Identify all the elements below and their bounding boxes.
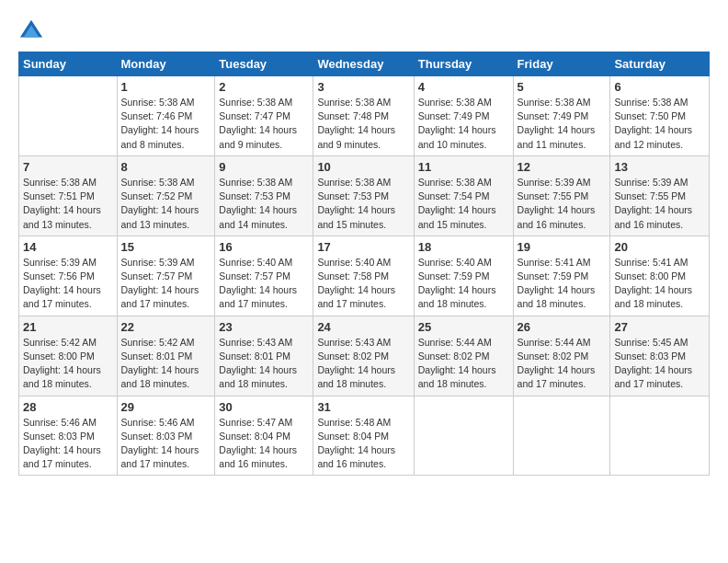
calendar-cell: 18Sunrise: 5:40 AM Sunset: 7:59 PM Dayli… xyxy=(414,236,513,316)
calendar-cell: 12Sunrise: 5:39 AM Sunset: 7:55 PM Dayli… xyxy=(513,155,610,236)
day-number: 5 xyxy=(518,80,607,94)
day-info: Sunrise: 5:46 AM Sunset: 8:03 PM Dayligh… xyxy=(121,416,211,472)
logo xyxy=(18,18,48,44)
calendar-cell: 30Sunrise: 5:47 AM Sunset: 8:04 PM Dayli… xyxy=(215,396,313,476)
day-info: Sunrise: 5:40 AM Sunset: 7:58 PM Dayligh… xyxy=(317,256,409,312)
calendar-week-4: 28Sunrise: 5:46 AM Sunset: 8:03 PM Dayli… xyxy=(19,396,710,476)
day-number: 3 xyxy=(317,80,409,94)
calendar-week-3: 21Sunrise: 5:42 AM Sunset: 8:00 PM Dayli… xyxy=(19,316,710,396)
day-info: Sunrise: 5:41 AM Sunset: 7:59 PM Dayligh… xyxy=(518,256,607,312)
day-number: 19 xyxy=(518,240,607,254)
col-friday: Friday xyxy=(513,52,610,76)
day-info: Sunrise: 5:42 AM Sunset: 8:00 PM Dayligh… xyxy=(23,336,113,392)
day-number: 14 xyxy=(23,240,113,254)
day-number: 11 xyxy=(418,160,509,174)
day-number: 4 xyxy=(418,80,509,94)
calendar-cell: 26Sunrise: 5:44 AM Sunset: 8:02 PM Dayli… xyxy=(513,316,610,396)
day-info: Sunrise: 5:39 AM Sunset: 7:57 PM Dayligh… xyxy=(121,256,211,312)
day-number: 21 xyxy=(23,320,113,334)
day-number: 1 xyxy=(121,80,211,94)
day-info: Sunrise: 5:38 AM Sunset: 7:46 PM Dayligh… xyxy=(121,96,211,152)
calendar-cell: 14Sunrise: 5:39 AM Sunset: 7:56 PM Dayli… xyxy=(19,236,118,316)
day-number: 6 xyxy=(614,80,705,94)
day-number: 15 xyxy=(121,240,211,254)
day-info: Sunrise: 5:38 AM Sunset: 7:49 PM Dayligh… xyxy=(418,96,509,152)
calendar-cell: 16Sunrise: 5:40 AM Sunset: 7:57 PM Dayli… xyxy=(215,236,313,316)
day-info: Sunrise: 5:38 AM Sunset: 7:47 PM Dayligh… xyxy=(219,96,309,152)
day-info: Sunrise: 5:39 AM Sunset: 7:55 PM Dayligh… xyxy=(614,176,705,232)
calendar-cell xyxy=(513,396,610,476)
calendar-header-row: Sunday Monday Tuesday Wednesday Thursday… xyxy=(19,52,710,76)
calendar-cell: 21Sunrise: 5:42 AM Sunset: 8:00 PM Dayli… xyxy=(19,316,118,396)
calendar-cell: 19Sunrise: 5:41 AM Sunset: 7:59 PM Dayli… xyxy=(513,236,610,316)
day-number: 2 xyxy=(219,80,309,94)
day-info: Sunrise: 5:38 AM Sunset: 7:49 PM Dayligh… xyxy=(518,96,607,152)
day-info: Sunrise: 5:44 AM Sunset: 8:02 PM Dayligh… xyxy=(518,336,607,392)
calendar-cell: 23Sunrise: 5:43 AM Sunset: 8:01 PM Dayli… xyxy=(215,316,313,396)
day-info: Sunrise: 5:45 AM Sunset: 8:03 PM Dayligh… xyxy=(614,336,705,392)
day-number: 27 xyxy=(614,320,705,334)
day-info: Sunrise: 5:46 AM Sunset: 8:03 PM Dayligh… xyxy=(23,416,113,472)
day-number: 24 xyxy=(317,320,409,334)
calendar-cell: 9Sunrise: 5:38 AM Sunset: 7:53 PM Daylig… xyxy=(215,155,313,236)
day-number: 10 xyxy=(317,160,409,174)
day-info: Sunrise: 5:38 AM Sunset: 7:53 PM Dayligh… xyxy=(317,176,409,232)
day-number: 12 xyxy=(518,160,607,174)
calendar-cell: 7Sunrise: 5:38 AM Sunset: 7:51 PM Daylig… xyxy=(19,155,118,236)
day-number: 9 xyxy=(219,160,309,174)
calendar-cell: 17Sunrise: 5:40 AM Sunset: 7:58 PM Dayli… xyxy=(313,236,414,316)
day-number: 23 xyxy=(219,320,309,334)
logo-icon xyxy=(18,18,44,44)
calendar-cell: 31Sunrise: 5:48 AM Sunset: 8:04 PM Dayli… xyxy=(313,396,414,476)
day-info: Sunrise: 5:44 AM Sunset: 8:02 PM Dayligh… xyxy=(418,336,509,392)
calendar-cell: 3Sunrise: 5:38 AM Sunset: 7:48 PM Daylig… xyxy=(313,76,414,156)
day-info: Sunrise: 5:40 AM Sunset: 7:59 PM Dayligh… xyxy=(418,256,509,312)
day-number: 31 xyxy=(317,400,409,414)
calendar-cell: 11Sunrise: 5:38 AM Sunset: 7:54 PM Dayli… xyxy=(414,155,513,236)
day-info: Sunrise: 5:38 AM Sunset: 7:54 PM Dayligh… xyxy=(418,176,509,232)
calendar-cell: 25Sunrise: 5:44 AM Sunset: 8:02 PM Dayli… xyxy=(414,316,513,396)
calendar-cell xyxy=(19,76,118,156)
calendar-week-1: 7Sunrise: 5:38 AM Sunset: 7:51 PM Daylig… xyxy=(19,155,710,236)
calendar-cell: 8Sunrise: 5:38 AM Sunset: 7:52 PM Daylig… xyxy=(117,155,215,236)
col-thursday: Thursday xyxy=(414,52,513,76)
day-number: 25 xyxy=(418,320,509,334)
day-number: 16 xyxy=(219,240,309,254)
calendar: Sunday Monday Tuesday Wednesday Thursday… xyxy=(18,52,710,476)
day-info: Sunrise: 5:43 AM Sunset: 8:02 PM Dayligh… xyxy=(317,336,409,392)
day-number: 29 xyxy=(121,400,211,414)
calendar-cell: 29Sunrise: 5:46 AM Sunset: 8:03 PM Dayli… xyxy=(117,396,215,476)
calendar-cell: 4Sunrise: 5:38 AM Sunset: 7:49 PM Daylig… xyxy=(414,76,513,156)
day-info: Sunrise: 5:47 AM Sunset: 8:04 PM Dayligh… xyxy=(219,416,309,472)
calendar-cell xyxy=(414,396,513,476)
day-number: 8 xyxy=(121,160,211,174)
calendar-cell: 24Sunrise: 5:43 AM Sunset: 8:02 PM Dayli… xyxy=(313,316,414,396)
day-number: 30 xyxy=(219,400,309,414)
day-info: Sunrise: 5:38 AM Sunset: 7:50 PM Dayligh… xyxy=(614,96,705,152)
day-number: 26 xyxy=(518,320,607,334)
calendar-cell: 20Sunrise: 5:41 AM Sunset: 8:00 PM Dayli… xyxy=(610,236,710,316)
col-monday: Monday xyxy=(117,52,215,76)
day-info: Sunrise: 5:38 AM Sunset: 7:51 PM Dayligh… xyxy=(23,176,113,232)
calendar-cell: 15Sunrise: 5:39 AM Sunset: 7:57 PM Dayli… xyxy=(117,236,215,316)
day-number: 17 xyxy=(317,240,409,254)
day-info: Sunrise: 5:42 AM Sunset: 8:01 PM Dayligh… xyxy=(121,336,211,392)
day-number: 13 xyxy=(614,160,705,174)
calendar-cell: 27Sunrise: 5:45 AM Sunset: 8:03 PM Dayli… xyxy=(610,316,710,396)
calendar-cell: 22Sunrise: 5:42 AM Sunset: 8:01 PM Dayli… xyxy=(117,316,215,396)
day-info: Sunrise: 5:38 AM Sunset: 7:48 PM Dayligh… xyxy=(317,96,409,152)
day-info: Sunrise: 5:41 AM Sunset: 8:00 PM Dayligh… xyxy=(614,256,705,312)
calendar-cell: 28Sunrise: 5:46 AM Sunset: 8:03 PM Dayli… xyxy=(19,396,118,476)
day-number: 7 xyxy=(23,160,113,174)
day-number: 22 xyxy=(121,320,211,334)
page: Sunday Monday Tuesday Wednesday Thursday… xyxy=(0,0,728,563)
col-wednesday: Wednesday xyxy=(313,52,414,76)
day-info: Sunrise: 5:38 AM Sunset: 7:53 PM Dayligh… xyxy=(219,176,309,232)
day-info: Sunrise: 5:38 AM Sunset: 7:52 PM Dayligh… xyxy=(121,176,211,232)
col-sunday: Sunday xyxy=(19,52,118,76)
day-number: 28 xyxy=(23,400,113,414)
day-info: Sunrise: 5:39 AM Sunset: 7:55 PM Dayligh… xyxy=(518,176,607,232)
col-tuesday: Tuesday xyxy=(215,52,313,76)
day-number: 20 xyxy=(614,240,705,254)
day-info: Sunrise: 5:48 AM Sunset: 8:04 PM Dayligh… xyxy=(317,416,409,472)
